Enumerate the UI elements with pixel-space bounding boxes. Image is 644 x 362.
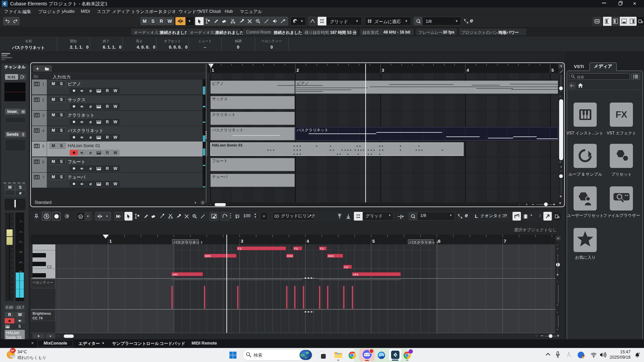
svg-text:z: z <box>639 352 640 354</box>
svg-text:S: S <box>45 215 48 218</box>
svg-text:z: z <box>637 352 638 354</box>
